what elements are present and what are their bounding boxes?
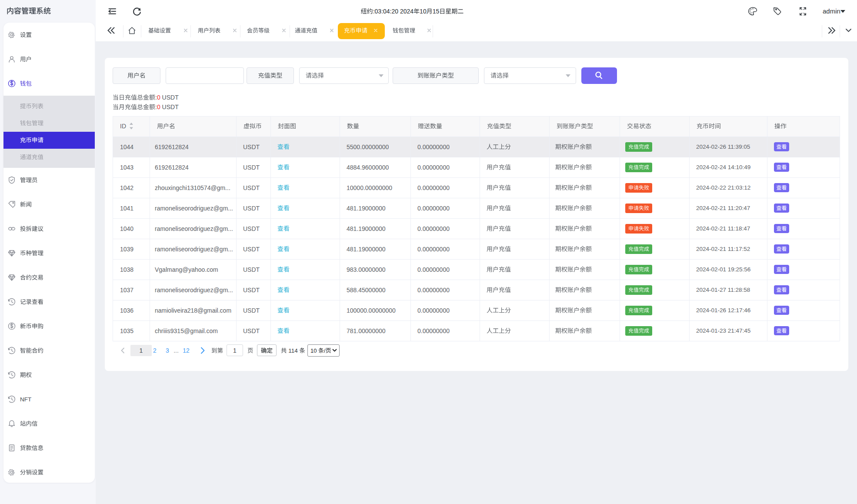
svg-text:0: 0 bbox=[157, 94, 160, 101]
svg-text:481.19000000: 481.19000000 bbox=[347, 246, 386, 253]
svg-text:2: 2 bbox=[153, 347, 157, 354]
svg-text:2024-02-22 21:03:12: 2024-02-22 21:03:12 bbox=[696, 184, 750, 191]
svg-text:0.00000000: 0.00000000 bbox=[417, 164, 450, 171]
svg-text:ID: ID bbox=[120, 123, 126, 130]
svg-text:namioliveira218@gmail.com: namioliveira218@gmail.com bbox=[155, 307, 231, 314]
svg-text:1041: 1041 bbox=[120, 205, 133, 212]
svg-text:USDT: USDT bbox=[243, 287, 260, 294]
svg-text:USDT: USDT bbox=[243, 246, 260, 253]
svg-text:1: 1 bbox=[140, 347, 143, 354]
svg-text:1: 1 bbox=[233, 347, 237, 354]
svg-text:12: 12 bbox=[183, 347, 190, 354]
svg-text:6192612824: 6192612824 bbox=[155, 164, 189, 171]
svg-text:ramoneliseorodriguez@gm...: ramoneliseorodriguez@gm... bbox=[155, 287, 233, 294]
svg-text:USDT: USDT bbox=[243, 184, 260, 191]
svg-text:NFT: NFT bbox=[20, 396, 31, 403]
svg-text:USDT: USDT bbox=[243, 144, 260, 150]
svg-text:1042: 1042 bbox=[120, 184, 133, 191]
svg-text:15: 15 bbox=[433, 8, 440, 15]
svg-text:2024-02-21 11:17:52: 2024-02-21 11:17:52 bbox=[696, 246, 750, 252]
svg-text:0.00000000: 0.00000000 bbox=[417, 205, 450, 212]
svg-text:ramoneliseorodriguez@gm...: ramoneliseorodriguez@gm... bbox=[155, 205, 233, 212]
svg-text:USDT: USDT bbox=[162, 103, 179, 110]
svg-text:USDT: USDT bbox=[243, 205, 260, 212]
svg-text:2024-02-24 14:10:49: 2024-02-24 14:10:49 bbox=[696, 164, 750, 170]
svg-text:481.19000000: 481.19000000 bbox=[347, 205, 386, 212]
svg-text:2024-02-21 11:18:47: 2024-02-21 11:18:47 bbox=[696, 225, 750, 232]
svg-text:588.45000000: 588.45000000 bbox=[347, 287, 386, 294]
svg-text:4884.96000000: 4884.96000000 bbox=[347, 164, 389, 171]
svg-text:1038: 1038 bbox=[120, 266, 133, 273]
svg-text:ramoneliseorodriguez@gm...: ramoneliseorodriguez@gm... bbox=[155, 246, 233, 253]
svg-text:USDT: USDT bbox=[243, 164, 260, 171]
svg-text:781.00000000: 781.00000000 bbox=[347, 327, 386, 334]
svg-text:USDT: USDT bbox=[162, 94, 179, 101]
svg-text:0.00000000: 0.00000000 bbox=[417, 327, 450, 334]
svg-text:Vgalmang@yahoo.com: Vgalmang@yahoo.com bbox=[155, 266, 218, 273]
svg-text:2024-02-26 11:39:05: 2024-02-26 11:39:05 bbox=[696, 144, 750, 150]
svg-text:0.00000000: 0.00000000 bbox=[417, 184, 450, 191]
svg-text:983.00000000: 983.00000000 bbox=[347, 266, 386, 273]
svg-text:chriiis9315@gmail.com: chriiis9315@gmail.com bbox=[155, 327, 218, 334]
svg-text:1036: 1036 bbox=[120, 307, 133, 314]
svg-text:admin: admin bbox=[823, 7, 840, 15]
svg-text:0.00000000: 0.00000000 bbox=[417, 144, 450, 150]
svg-text:3: 3 bbox=[166, 347, 169, 354]
svg-text:ramoneliseorodriguez@gm...: ramoneliseorodriguez@gm... bbox=[155, 225, 233, 232]
svg-text:1037: 1037 bbox=[120, 287, 133, 294]
svg-text:0.00000000: 0.00000000 bbox=[417, 307, 450, 314]
svg-text:2024-01-23 21:47:45: 2024-01-23 21:47:45 bbox=[696, 327, 750, 334]
svg-text::03:04:20 2024: :03:04:20 2024 bbox=[373, 8, 414, 15]
svg-text:2024-01-27 11:28:58: 2024-01-27 11:28:58 bbox=[696, 287, 750, 293]
svg-text:0: 0 bbox=[157, 103, 160, 110]
svg-text:10: 10 bbox=[310, 347, 317, 354]
svg-text:114: 114 bbox=[288, 347, 298, 354]
svg-text:2024-01-26 12:17:46: 2024-01-26 12:17:46 bbox=[696, 307, 750, 314]
svg-text:zhouxingchi1310574@gm...: zhouxingchi1310574@gm... bbox=[155, 184, 230, 191]
svg-text:1043: 1043 bbox=[120, 164, 133, 171]
svg-text:5500.00000000: 5500.00000000 bbox=[347, 144, 389, 150]
svg-text:0.00000000: 0.00000000 bbox=[417, 266, 450, 273]
svg-text:100000.00000000: 100000.00000000 bbox=[347, 307, 396, 314]
svg-text:481.19000000: 481.19000000 bbox=[347, 225, 386, 232]
svg-text:USDT: USDT bbox=[243, 307, 260, 314]
svg-text:2024-02-21 11:20:47: 2024-02-21 11:20:47 bbox=[696, 205, 750, 211]
svg-text:6192612824: 6192612824 bbox=[155, 144, 189, 150]
svg-text:...: ... bbox=[173, 347, 179, 354]
svg-text:USDT: USDT bbox=[243, 225, 260, 232]
svg-text:0.00000000: 0.00000000 bbox=[417, 246, 450, 253]
svg-text:1035: 1035 bbox=[120, 327, 133, 334]
svg-text:/: / bbox=[324, 347, 326, 354]
svg-text:USDT: USDT bbox=[243, 266, 260, 273]
svg-text:USDT: USDT bbox=[243, 327, 260, 334]
svg-text:1044: 1044 bbox=[120, 144, 133, 150]
svg-text:10: 10 bbox=[420, 8, 427, 15]
svg-text:1039: 1039 bbox=[120, 246, 133, 253]
svg-text:2024-02-01 19:25:56: 2024-02-01 19:25:56 bbox=[696, 266, 750, 273]
svg-text:0.00000000: 0.00000000 bbox=[417, 225, 450, 232]
svg-text:10000.00000000: 10000.00000000 bbox=[347, 184, 392, 191]
svg-text:0.00000000: 0.00000000 bbox=[417, 287, 450, 294]
svg-text:1040: 1040 bbox=[120, 225, 133, 232]
